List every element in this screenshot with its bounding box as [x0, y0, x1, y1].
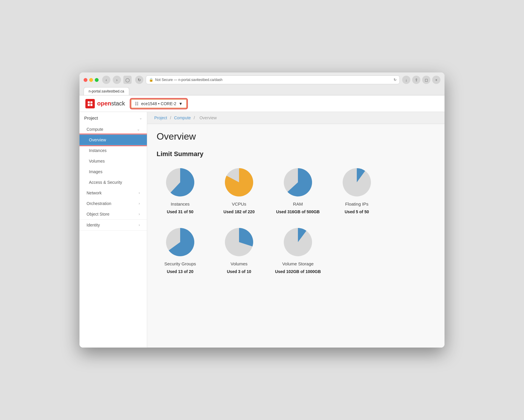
pie-chart-volume_storage: [282, 226, 314, 258]
sidebar-item-orchestration[interactable]: Orchestration ›: [79, 198, 147, 209]
download-button[interactable]: ↓: [402, 76, 410, 84]
add-tab-button[interactable]: +: [432, 76, 440, 84]
sidebar-item-identity[interactable]: Identity ›: [79, 220, 147, 230]
openstack-logo: openstack: [85, 99, 125, 108]
chart-item-floating_ips: Floating IPsUsed 5 of 50: [333, 166, 380, 214]
close-button[interactable]: [84, 78, 87, 82]
chart-label-instances: Instances: [171, 201, 190, 206]
sidebar-toggle-button[interactable]: ◯: [123, 76, 132, 84]
breadcrumb-project[interactable]: Project: [154, 115, 167, 120]
svg-rect-0: [88, 101, 90, 103]
address-bar[interactable]: 🔒 Not Secure — n-portal.savitestbed.ca/d…: [146, 75, 400, 84]
project-selector-icon: ☷: [135, 101, 139, 106]
sidebar-images-label: Images: [89, 169, 102, 174]
url-text: Not Secure — n-portal.savitestbed.ca/das…: [155, 78, 392, 82]
sidebar-item-volumes[interactable]: Volumes: [79, 156, 147, 166]
chart-label-floating_ips: Floating IPs: [345, 201, 368, 206]
chart-usage-vcpus: Used 182 of 220: [223, 209, 255, 214]
chart-item-security_groups: Security GroupsUsed 13 of 20: [157, 226, 204, 274]
chart-usage-ram: Used 316GB of 500GB: [276, 209, 320, 214]
breadcrumb-compute[interactable]: Compute: [174, 115, 191, 120]
sidebar: Project ⌄ Compute ⌄ Overview Instances V…: [79, 112, 147, 348]
reload-icon: ↻: [394, 78, 397, 82]
chevron-right-icon: ›: [139, 201, 140, 206]
chart-label-volumes: Volumes: [231, 261, 248, 266]
chart-usage-volume_storage: Used 102GB of 1000GB: [275, 269, 321, 274]
sidebar-section-project: Project ⌄ Compute ⌄ Overview Instances V…: [79, 112, 147, 220]
project-selector[interactable]: ☷ ece1548 • CORE-2 ▼: [131, 99, 187, 108]
browser-controls: ‹ › ◯ ↻ 🔒 Not Secure — n-portal.savitest…: [84, 75, 440, 84]
charts-grid: InstancesUsed 31 of 50 VCPUsUsed 182 of …: [157, 166, 435, 274]
app-layout: Project ⌄ Compute ⌄ Overview Instances V…: [79, 112, 445, 348]
page-title: Overview: [157, 131, 435, 142]
new-tab-button[interactable]: ◻: [422, 76, 430, 84]
sidebar-item-instances[interactable]: Instances: [79, 145, 147, 156]
dropdown-icon: ▼: [179, 101, 183, 106]
sidebar-project-label: Project: [84, 115, 98, 120]
forward-button[interactable]: ›: [113, 76, 121, 84]
chart-label-vcpus: VCPUs: [232, 201, 246, 206]
share-button[interactable]: ⇧: [412, 76, 420, 84]
sidebar-item-network[interactable]: Network ›: [79, 188, 147, 198]
chart-item-instances: InstancesUsed 31 of 50: [157, 166, 204, 214]
sidebar-access-security-label: Access & Security: [89, 180, 122, 185]
chart-usage-floating_ips: Used 5 of 50: [345, 209, 369, 214]
pie-chart-security_groups: [164, 226, 196, 258]
not-secure-icon: 🔒: [149, 78, 153, 82]
sidebar-instances-label: Instances: [89, 148, 107, 153]
breadcrumb: Project / Compute / Overview: [147, 112, 445, 124]
traffic-lights: [84, 78, 99, 82]
chart-usage-instances: Used 31 of 50: [167, 209, 193, 214]
chevron-right-icon: ›: [139, 212, 140, 216]
sidebar-identity-label: Identity: [87, 223, 100, 227]
main-content: Project / Compute / Overview Overview Li…: [147, 112, 445, 348]
sidebar-volumes-label: Volumes: [89, 159, 105, 163]
breadcrumb-overview: Overview: [200, 115, 217, 120]
breadcrumb-sep1: /: [170, 115, 172, 120]
chart-usage-volumes: Used 3 of 10: [227, 269, 251, 274]
fullscreen-button[interactable]: [95, 78, 99, 82]
sidebar-item-access-security[interactable]: Access & Security: [79, 177, 147, 188]
refresh-button[interactable]: ↻: [135, 76, 143, 84]
svg-rect-1: [90, 101, 92, 103]
sidebar-compute-label: Compute: [87, 127, 103, 132]
pie-chart-floating_ips: [341, 166, 373, 199]
sidebar-section-identity: Identity ›: [79, 220, 147, 231]
chevron-down-icon: ⌄: [139, 116, 142, 120]
sidebar-overview-label: Overview: [89, 138, 106, 142]
logo-text: openstack: [97, 100, 125, 107]
pie-chart-ram: [282, 166, 314, 199]
app-topbar: openstack ☷ ece1548 • CORE-2 ▼: [79, 95, 445, 112]
svg-rect-2: [88, 104, 90, 106]
sidebar-item-object-store[interactable]: Object Store ›: [79, 209, 147, 219]
pie-chart-volumes: [223, 226, 255, 258]
chart-label-ram: RAM: [293, 201, 303, 206]
sidebar-object-store-label: Object Store: [87, 212, 110, 216]
chevron-right-icon: ›: [139, 191, 140, 195]
active-tab[interactable]: n-portal.savitestbed.ca: [84, 87, 129, 95]
minimize-button[interactable]: [89, 78, 93, 82]
project-selector-label: ece1548 • CORE-2: [141, 101, 176, 106]
sidebar-network-label: Network: [87, 191, 102, 195]
chevron-down-icon: ⌄: [137, 127, 140, 131]
sidebar-compute-header[interactable]: Compute ⌄: [79, 124, 147, 135]
back-button[interactable]: ‹: [102, 76, 110, 84]
pie-chart-instances: [164, 166, 196, 199]
browser-tabs: n-portal.savitestbed.ca: [84, 87, 440, 95]
limit-summary-title: Limit Summary: [157, 150, 435, 158]
sidebar-item-images[interactable]: Images: [79, 166, 147, 177]
breadcrumb-sep2: /: [194, 115, 196, 120]
sidebar-project-header[interactable]: Project ⌄: [79, 112, 147, 124]
logo-icon: [85, 99, 95, 108]
svg-rect-3: [90, 104, 92, 106]
chart-label-volume_storage: Volume Storage: [282, 261, 314, 266]
chart-item-vcpus: VCPUsUsed 182 of 220: [215, 166, 263, 214]
sidebar-orchestration-label: Orchestration: [87, 201, 111, 206]
chart-item-ram: RAMUsed 316GB of 500GB: [274, 166, 321, 214]
chevron-right-icon: ›: [139, 223, 140, 227]
sidebar-item-overview[interactable]: Overview: [79, 135, 147, 145]
chart-item-volume_storage: Volume StorageUsed 102GB of 1000GB: [274, 226, 321, 274]
chart-usage-security_groups: Used 13 of 20: [167, 269, 193, 274]
browser-titlebar: ‹ › ◯ ↻ 🔒 Not Secure — n-portal.savitest…: [79, 72, 445, 95]
content-body: Overview Limit Summary InstancesUsed 31 …: [147, 124, 445, 287]
